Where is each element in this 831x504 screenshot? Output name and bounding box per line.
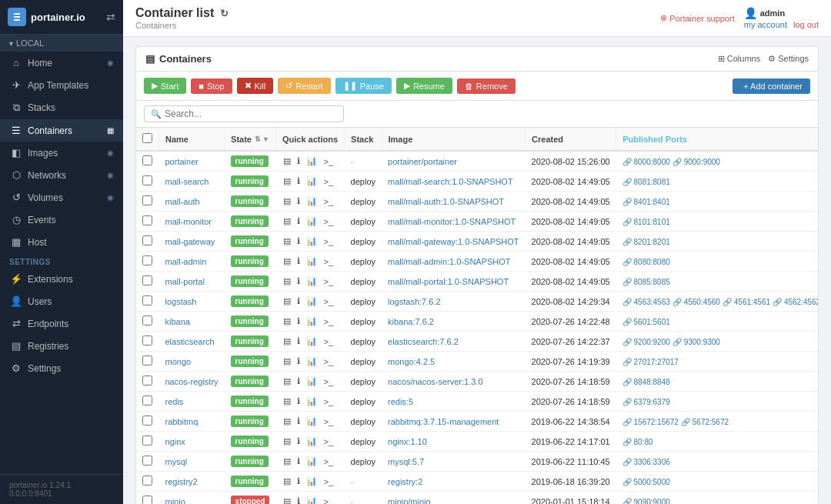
console-icon[interactable]: >_: [322, 236, 335, 247]
port-link[interactable]: 🔗 4562:4562: [773, 298, 819, 306]
row-checkbox[interactable]: [142, 456, 152, 466]
inspect-icon[interactable]: ℹ: [295, 335, 302, 347]
row-checkbox[interactable]: [142, 255, 152, 265]
sidebar-item-endpoints[interactable]: ⇄ Endpoints: [0, 312, 123, 335]
row-checkbox[interactable]: [142, 416, 152, 426]
console-icon[interactable]: >_: [322, 456, 335, 467]
columns-button[interactable]: ⊞ Columns: [718, 54, 760, 64]
container-name-link[interactable]: mall-portal: [165, 277, 205, 286]
inspect-icon[interactable]: ℹ: [295, 195, 302, 207]
stats-icon[interactable]: 📊: [305, 335, 319, 347]
sidebar-item-registries[interactable]: ▤ Registries: [0, 335, 123, 357]
port-link[interactable]: 🔗 9200:9200: [622, 338, 670, 346]
console-icon[interactable]: >_: [322, 376, 335, 387]
port-link[interactable]: 🔗 3306:3306: [622, 458, 670, 466]
container-name-link[interactable]: minio: [165, 497, 185, 505]
log-out-link[interactable]: log out: [793, 20, 819, 29]
logs-icon[interactable]: ▤: [282, 255, 292, 267]
image-link[interactable]: mongo:4.2.5: [388, 357, 435, 366]
stats-icon[interactable]: 📊: [305, 416, 319, 427]
row-checkbox[interactable]: [142, 155, 152, 165]
row-checkbox-cell[interactable]: [136, 492, 159, 505]
pause-button[interactable]: ❚❚ Pause: [335, 78, 392, 94]
logs-icon[interactable]: ▤: [282, 155, 292, 167]
row-checkbox-cell[interactable]: [136, 172, 159, 192]
row-checkbox[interactable]: [142, 396, 152, 406]
container-name-link[interactable]: registry2: [165, 477, 198, 486]
inspect-icon[interactable]: ℹ: [295, 456, 302, 467]
container-name-link[interactable]: mysql: [165, 457, 188, 466]
row-checkbox[interactable]: [142, 275, 152, 285]
image-link[interactable]: nacos/nacos-server:1.3.0: [388, 377, 483, 386]
image-link[interactable]: redis:5: [388, 397, 413, 406]
logs-icon[interactable]: ▤: [282, 235, 292, 247]
image-link[interactable]: elasticsearch:7.6.2: [388, 337, 459, 346]
port-link[interactable]: 🔗 4563:4563: [622, 298, 670, 306]
stats-icon[interactable]: 📊: [305, 315, 319, 327]
sidebar-item-networks[interactable]: ⬡ Networks ◉: [0, 164, 123, 186]
col-name[interactable]: Name: [159, 128, 225, 151]
sidebar-item-volumes[interactable]: ↺ Volumes ◉: [0, 186, 123, 209]
logs-icon[interactable]: ▤: [282, 275, 292, 287]
port-link[interactable]: 🔗 8101:8101: [622, 218, 670, 226]
stats-icon[interactable]: 📊: [305, 255, 319, 267]
port-link[interactable]: 🔗 8848:8848: [622, 378, 670, 386]
restart-button[interactable]: ↺ Restart: [278, 78, 330, 94]
sidebar-logo[interactable]: portainer.io ⇄: [0, 0, 123, 35]
stats-icon[interactable]: 📊: [305, 295, 319, 307]
row-checkbox-cell[interactable]: [136, 452, 159, 472]
inspect-icon[interactable]: ℹ: [295, 396, 302, 407]
port-link[interactable]: 🔗 5601:5601: [622, 318, 670, 326]
logs-icon[interactable]: ▤: [282, 295, 292, 307]
row-checkbox[interactable]: [142, 355, 152, 365]
logs-icon[interactable]: ▤: [282, 335, 292, 347]
port-link[interactable]: 🔗 8201:8201: [622, 238, 670, 246]
inspect-icon[interactable]: ℹ: [295, 215, 302, 227]
console-icon[interactable]: >_: [322, 476, 335, 487]
container-name-link[interactable]: mall-monitor: [165, 217, 212, 226]
console-icon[interactable]: >_: [322, 216, 335, 227]
resume-button[interactable]: ▶ Resume: [396, 78, 452, 94]
sidebar-item-images[interactable]: ◧ Images ◉: [0, 142, 123, 164]
port-link[interactable]: 🔗 8080:8080: [622, 258, 670, 266]
logs-icon[interactable]: ▤: [282, 355, 292, 367]
sidebar-item-settings[interactable]: ⚙ Settings: [0, 357, 123, 379]
logs-icon[interactable]: ▤: [282, 215, 292, 227]
sidebar-item-host[interactable]: ▦ Host: [0, 231, 123, 253]
select-all-checkbox[interactable]: [142, 133, 152, 143]
row-checkbox-cell[interactable]: [136, 192, 159, 212]
inspect-icon[interactable]: ℹ: [295, 295, 302, 307]
transfer-icon[interactable]: ⇄: [106, 11, 115, 23]
row-checkbox[interactable]: [142, 436, 152, 446]
port-link[interactable]: 🔗 8401:8401: [622, 198, 670, 206]
container-name-link[interactable]: mall-auth: [165, 197, 200, 206]
container-name-link[interactable]: nginx: [165, 437, 185, 446]
stats-icon[interactable]: 📊: [305, 175, 319, 187]
image-link[interactable]: mysql:5.7: [388, 457, 424, 466]
row-checkbox[interactable]: [142, 335, 152, 345]
row-checkbox[interactable]: [142, 215, 152, 225]
refresh-icon[interactable]: ↻: [220, 8, 229, 19]
logs-icon[interactable]: ▤: [282, 175, 292, 187]
port-link[interactable]: 🔗 27017:27017: [622, 358, 679, 366]
port-link[interactable]: 🔗 4560:4560: [672, 298, 720, 306]
inspect-icon[interactable]: ℹ: [295, 476, 302, 487]
port-link[interactable]: 🔗 9090:9000: [622, 498, 670, 505]
stats-icon[interactable]: 📊: [305, 496, 319, 504]
image-link[interactable]: registry:2: [388, 477, 422, 486]
console-icon[interactable]: >_: [322, 176, 335, 187]
my-account-link[interactable]: my account: [744, 20, 787, 29]
sidebar-item-users[interactable]: 👤 Users: [0, 290, 123, 312]
row-checkbox-cell[interactable]: [136, 352, 159, 372]
row-checkbox-cell[interactable]: [136, 432, 159, 452]
sidebar-item-events[interactable]: ◷ Events: [0, 209, 123, 231]
state-filter-icon[interactable]: ▼: [262, 135, 269, 143]
inspect-icon[interactable]: ℹ: [295, 315, 302, 327]
sidebar-item-stacks[interactable]: ⧉ Stacks: [0, 96, 123, 119]
console-icon[interactable]: >_: [322, 296, 335, 307]
stats-icon[interactable]: 📊: [305, 275, 319, 287]
row-checkbox-cell[interactable]: [136, 272, 159, 292]
console-icon[interactable]: >_: [322, 156, 335, 167]
stats-icon[interactable]: 📊: [305, 355, 319, 367]
row-checkbox[interactable]: [142, 195, 152, 205]
